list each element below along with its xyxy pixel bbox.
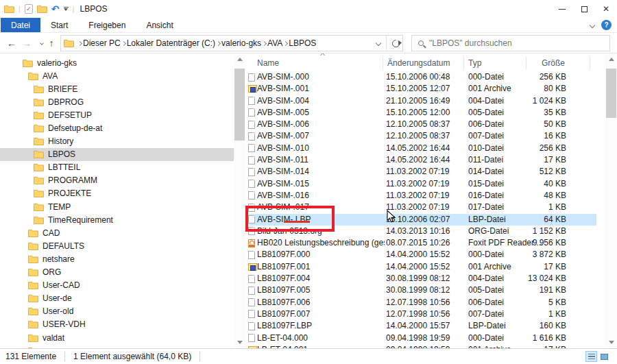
tab-start[interactable]: Start bbox=[40, 18, 78, 32]
file-row[interactable]: LB81097F.00530.08.1999 08:12005-Datei191… bbox=[245, 284, 596, 296]
file-icon bbox=[248, 191, 255, 199]
file-row[interactable]: AVB-SIM-.01611.03.2002 07:19016-Datei48 … bbox=[245, 190, 596, 202]
scroll-up-icon[interactable] bbox=[234, 53, 245, 65]
file-date: 11.03.2002 07:19 bbox=[386, 166, 467, 178]
folder-icon bbox=[28, 72, 38, 80]
tree-item-briefe[interactable]: BRIEFE bbox=[0, 82, 234, 95]
file-row[interactable]: AVB-SIM-.00015.10.2006 00:48000-Datei256… bbox=[245, 71, 596, 83]
tree-item-netshare[interactable]: netshare bbox=[0, 252, 234, 265]
tree-item-dbprog[interactable]: DBPROG bbox=[0, 95, 234, 108]
breadcrumb-lbpos[interactable]: LBPOS bbox=[287, 38, 317, 48]
file-row[interactable]: AVB-SIM-.00421.10.2005 16:49004-Datei1 0… bbox=[245, 95, 596, 107]
file-row[interactable]: HB020 Leistungsbeschreibung (gesamt)....… bbox=[245, 237, 596, 249]
tree-scrollbar-thumb[interactable] bbox=[234, 69, 245, 141]
file-row[interactable]: LB81097F.00114.04.2000 15:52001 Archive1… bbox=[245, 261, 596, 273]
back-button[interactable]: ← bbox=[4, 33, 19, 53]
file-row[interactable]: AVB-SIM-.01114.05.2002 16:44011-Datei17 … bbox=[245, 154, 596, 166]
search-box[interactable]: "LBPOS" durchsuchen bbox=[411, 35, 610, 51]
tree-item-ava[interactable]: AVA bbox=[0, 69, 234, 82]
up-button[interactable]: ↑ bbox=[44, 33, 59, 53]
file-row[interactable]: LB81097F.00014.04.2000 15:52000-Datei3 8… bbox=[245, 249, 596, 260]
file-row[interactable]: AVB-SIM-.00115.10.2005 12:07001 Archive8… bbox=[245, 83, 596, 95]
tab-datei[interactable]: Datei bbox=[1, 18, 40, 32]
expand-ribbon-icon[interactable] bbox=[590, 22, 595, 27]
tree-item-projekte[interactable]: PROJEKTE bbox=[0, 187, 234, 200]
folder-icon bbox=[28, 242, 38, 250]
column-separator[interactable] bbox=[463, 57, 464, 69]
tree-item-user-vdh[interactable]: USER-VDH bbox=[0, 318, 234, 331]
file-row[interactable]: LB-ET-04.00009.04.1998 19:59000-Datei1 6… bbox=[245, 332, 596, 344]
tab-freigeben[interactable]: Freigeben bbox=[78, 18, 136, 32]
scroll-up-icon[interactable] bbox=[605, 53, 617, 65]
file-row[interactable]: AVB-SIM-.01014.05.2002 16:44010-Datei256… bbox=[245, 143, 596, 154]
file-row[interactable]: LB81097F.00430.08.1999 08:12004-Datei13 … bbox=[245, 273, 596, 284]
tree-item-label: TimeRequirement bbox=[48, 215, 113, 225]
tree-scrollbar[interactable] bbox=[234, 53, 245, 348]
breadcrumb-ava[interactable]: AVA bbox=[266, 38, 284, 48]
tree-item-valdat[interactable]: valdat bbox=[0, 331, 234, 344]
address-bar[interactable]: Dieser PC Lokaler Datenträger (C:) valer… bbox=[60, 35, 403, 51]
file-row[interactable]: LB81097F.00712.07.1998 10:56007-Datei1 K… bbox=[245, 308, 596, 320]
file-name: HB020 Leistungsbeschreibung (gesamt).... bbox=[257, 237, 385, 249]
tree-item-defaults[interactable]: DEFAULTS bbox=[0, 239, 234, 252]
file-row[interactable]: AVB-SIM-.00515.10.2005 12:00005-Datei35 … bbox=[245, 107, 596, 119]
file-row[interactable]: LB81097F.LBP14.04.2000 15:57LBP-Datei160… bbox=[245, 320, 596, 332]
list-scrollbar[interactable] bbox=[605, 53, 617, 348]
scroll-down-icon[interactable] bbox=[605, 337, 617, 348]
file-row[interactable]: AVB-SIM-.00612.10.2005 08:37006-Datei50 … bbox=[245, 119, 596, 130]
tree-item-cad[interactable]: CAD bbox=[0, 226, 234, 239]
tree-item-org[interactable]: ORG bbox=[0, 266, 234, 279]
tree-item-lbpos[interactable]: LBPOS bbox=[0, 148, 234, 161]
tree-item-lbtteil[interactable]: LBTTEIL bbox=[0, 161, 234, 174]
tree-item-user-cad[interactable]: User-CAD bbox=[0, 279, 234, 292]
tab-ansicht[interactable]: Ansicht bbox=[136, 18, 183, 32]
column-header-type[interactable]: Typ bbox=[468, 58, 481, 68]
close-button[interactable]: ✕ bbox=[595, 0, 617, 18]
column-header-size[interactable]: Größe bbox=[542, 58, 565, 68]
tree-item-defsetup-de-at[interactable]: Defsetup-de-at bbox=[0, 121, 234, 134]
column-separator[interactable] bbox=[526, 57, 527, 69]
file-row[interactable]: LB81097F.00612.07.1998 10:56006-Datei5 K… bbox=[245, 297, 596, 308]
breadcrumb-laufwerk-c[interactable]: Lokaler Datenträger (C:) bbox=[125, 38, 217, 48]
list-scrollbar-thumb[interactable] bbox=[606, 69, 616, 118]
qat-dropdown-icon[interactable] bbox=[64, 7, 69, 12]
new-folder-icon[interactable] bbox=[37, 5, 47, 13]
thumbnails-view-button[interactable] bbox=[598, 351, 610, 362]
file-row[interactable]: AVB-SIM-.01511.03.2002 07:19015-Datei40 … bbox=[245, 178, 596, 190]
tree-item-programm[interactable]: PROGRAMM bbox=[0, 174, 234, 187]
file-name: AVB-SIM-.007 bbox=[257, 130, 385, 142]
tree-item-temp[interactable]: TEMP bbox=[0, 200, 234, 213]
folder-icon bbox=[34, 176, 44, 184]
file-row[interactable]: AVB-SIM-.00712.10.2005 08:37007-Datei16 … bbox=[245, 130, 596, 142]
status-bar: 131 Elemente 1 Element ausgewählt (64,0 … bbox=[0, 348, 617, 364]
details-view-button[interactable] bbox=[585, 351, 597, 362]
column-separator[interactable] bbox=[383, 57, 383, 69]
tree-item-user-old[interactable]: User-old bbox=[0, 305, 234, 318]
explorer-window: | ✓ ↶ | LBPOS ✕ Datei Start Freigeben An… bbox=[0, 0, 617, 364]
tree-item-user-de[interactable]: User-de bbox=[0, 292, 234, 305]
tree-item-timerequirement[interactable]: TimeRequirement bbox=[0, 213, 234, 226]
tree-item-defsetup[interactable]: DEFSETUP bbox=[0, 108, 234, 121]
column-header-name[interactable]: Name bbox=[257, 58, 279, 68]
help-icon[interactable]: ? bbox=[601, 20, 612, 30]
breadcrumb-dieser-pc[interactable]: Dieser PC bbox=[82, 38, 122, 48]
file-row[interactable]: AVB-SIM-.01411.03.2002 07:19014-Datei512… bbox=[245, 166, 596, 178]
address-dropdown-icon[interactable] bbox=[376, 40, 381, 46]
ribbon-tabs: Datei Start Freigeben Ansicht bbox=[0, 18, 617, 33]
minimize-button[interactable] bbox=[551, 0, 573, 18]
file-icon bbox=[248, 156, 255, 165]
search-placeholder: "LBPOS" durchsuchen bbox=[429, 38, 512, 48]
properties-check-icon[interactable]: ✓ bbox=[25, 4, 33, 14]
column-header-date[interactable]: Änderungsdatum bbox=[387, 58, 450, 68]
file-size: 9 956 KB bbox=[498, 237, 566, 249]
undo-icon[interactable]: ↶ bbox=[51, 4, 60, 14]
forward-button[interactable]: → bbox=[19, 33, 34, 53]
scroll-down-icon[interactable] bbox=[234, 337, 245, 348]
tree-item-history[interactable]: History bbox=[0, 135, 234, 148]
tree-item-valerio-gks[interactable]: valerio-gks bbox=[0, 56, 234, 69]
maximize-button[interactable] bbox=[573, 0, 595, 18]
refresh-icon[interactable] bbox=[391, 38, 402, 49]
breadcrumb-valerio-gks[interactable]: valerio-gks bbox=[220, 38, 263, 48]
column-separator[interactable] bbox=[590, 57, 590, 69]
tree-item-label: USER-VDH bbox=[43, 319, 86, 329]
